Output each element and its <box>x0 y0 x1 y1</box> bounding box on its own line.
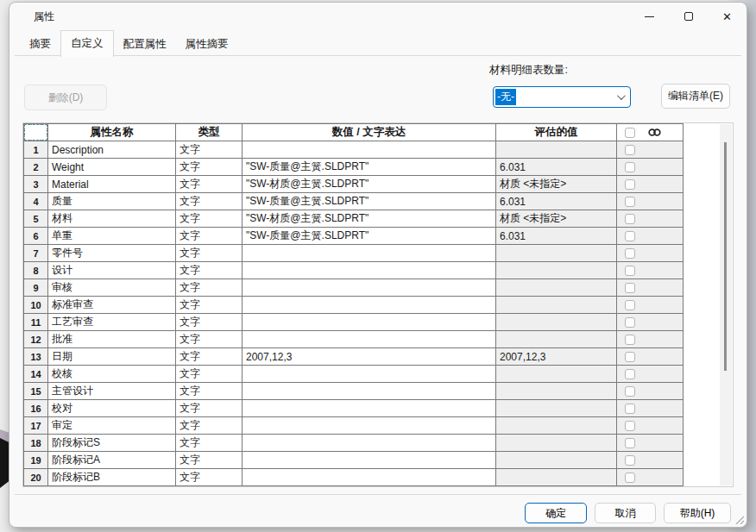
property-type-cell[interactable]: 文字 <box>176 452 243 469</box>
property-name-cell[interactable]: 阶段标记A <box>48 452 176 469</box>
property-name-cell[interactable]: 材料 <box>48 210 176 228</box>
link-checkbox[interactable] <box>625 300 635 310</box>
header-cell-selector[interactable] <box>24 124 48 141</box>
property-value-cell[interactable] <box>243 141 496 159</box>
row-number-cell[interactable]: 9 <box>24 279 48 297</box>
property-value-cell[interactable] <box>243 279 496 297</box>
link-checkbox[interactable] <box>625 369 635 379</box>
tab-properties-summary[interactable]: 属性摘要 <box>176 34 238 56</box>
property-value-cell[interactable] <box>243 417 496 435</box>
property-type-cell[interactable]: 文字 <box>176 297 243 314</box>
property-name-cell[interactable]: 零件号 <box>48 245 176 262</box>
row-number-cell[interactable]: 15 <box>24 383 48 400</box>
row-number-cell[interactable]: 1 <box>24 141 48 159</box>
property-type-cell[interactable]: 文字 <box>176 469 243 486</box>
link-checkbox[interactable] <box>625 214 635 224</box>
property-name-cell[interactable]: 单重 <box>48 228 176 245</box>
property-type-cell[interactable]: 文字 <box>176 383 243 400</box>
property-type-cell[interactable]: 文字 <box>176 193 243 210</box>
link-checkbox[interactable] <box>625 179 635 190</box>
row-number-cell[interactable]: 20 <box>24 469 48 486</box>
property-type-cell[interactable]: 文字 <box>176 366 243 383</box>
link-checkbox[interactable] <box>625 352 635 362</box>
property-value-cell[interactable] <box>243 383 496 400</box>
property-name-cell[interactable]: 阶段标记S <box>48 435 176 452</box>
property-value-cell[interactable] <box>243 297 496 314</box>
cancel-button[interactable]: 取消 <box>595 503 656 523</box>
property-type-cell[interactable]: 文字 <box>176 141 243 159</box>
property-type-cell[interactable]: 文字 <box>176 176 243 193</box>
row-number-cell[interactable]: 14 <box>24 366 48 383</box>
property-value-cell[interactable] <box>243 400 496 417</box>
property-name-cell[interactable]: Material <box>48 176 176 193</box>
property-value-cell[interactable] <box>243 435 496 452</box>
link-checkbox[interactable] <box>625 283 635 293</box>
row-number-cell[interactable]: 19 <box>24 452 48 469</box>
link-checkbox[interactable] <box>625 404 635 414</box>
property-value-cell[interactable] <box>243 314 496 331</box>
maximize-button[interactable] <box>669 3 708 30</box>
property-type-cell[interactable]: 文字 <box>176 348 243 366</box>
property-type-cell[interactable]: 文字 <box>176 159 243 176</box>
property-name-cell[interactable]: 审核 <box>48 279 176 297</box>
property-type-cell[interactable]: 文字 <box>176 262 243 279</box>
row-number-cell[interactable]: 12 <box>24 331 48 348</box>
property-name-cell[interactable]: Weight <box>48 159 176 176</box>
property-value-cell[interactable]: "SW-质量@主簧.SLDPRT" <box>243 228 496 245</box>
property-name-cell[interactable]: 工艺审查 <box>48 314 176 331</box>
property-name-cell[interactable]: 质量 <box>48 193 176 210</box>
row-number-cell[interactable]: 17 <box>24 417 48 435</box>
property-type-cell[interactable]: 文字 <box>176 228 243 245</box>
link-checkbox[interactable] <box>625 335 635 345</box>
property-name-cell[interactable]: 标准审查 <box>48 297 176 314</box>
property-name-cell[interactable]: 校对 <box>48 400 176 417</box>
link-checkbox[interactable] <box>625 145 635 155</box>
property-value-cell[interactable] <box>243 262 496 279</box>
close-button[interactable]: ✕ <box>708 3 747 30</box>
link-checkbox[interactable] <box>625 473 635 483</box>
table-scrollbar-track[interactable] <box>720 124 732 485</box>
link-checkbox[interactable] <box>625 197 635 207</box>
link-checkbox[interactable] <box>625 455 635 466</box>
row-number-cell[interactable]: 11 <box>24 314 48 331</box>
link-checkbox[interactable] <box>625 231 635 241</box>
property-name-cell[interactable]: Description <box>48 141 176 159</box>
row-number-cell[interactable]: 5 <box>24 210 48 228</box>
tab-configuration-properties[interactable]: 配置属性 <box>114 34 176 56</box>
property-type-cell[interactable]: 文字 <box>176 245 243 262</box>
property-name-cell[interactable]: 设计 <box>48 262 176 279</box>
property-type-cell[interactable]: 文字 <box>176 435 243 452</box>
property-name-cell[interactable]: 批准 <box>48 331 176 348</box>
link-checkbox[interactable] <box>625 386 635 397</box>
property-type-cell[interactable]: 文字 <box>176 314 243 331</box>
link-checkbox[interactable] <box>625 248 635 259</box>
link-checkbox[interactable] <box>625 266 635 276</box>
property-value-cell[interactable] <box>243 469 496 486</box>
property-value-cell[interactable] <box>243 366 496 383</box>
link-checkbox[interactable] <box>625 438 635 448</box>
tab-custom[interactable]: 自定义 <box>60 30 114 57</box>
property-value-cell[interactable] <box>243 245 496 262</box>
property-value-cell[interactable]: "SW-材质@主簧.SLDPRT" <box>243 210 496 228</box>
property-value-cell[interactable]: 2007,12,3 <box>243 348 496 366</box>
property-name-cell[interactable]: 阶段标记B <box>48 469 176 486</box>
row-number-cell[interactable]: 7 <box>24 245 48 262</box>
property-name-cell[interactable]: 日期 <box>48 348 176 366</box>
property-value-cell[interactable]: "SW-质量@主簧.SLDPRT" <box>243 159 496 176</box>
property-type-cell[interactable]: 文字 <box>176 417 243 435</box>
link-checkbox[interactable] <box>625 421 635 431</box>
row-number-cell[interactable]: 10 <box>24 297 48 314</box>
table-scrollbar-thumb[interactable] <box>724 142 727 371</box>
property-type-cell[interactable]: 文字 <box>176 331 243 348</box>
link-all-checkbox[interactable] <box>625 128 635 138</box>
row-number-cell[interactable]: 2 <box>24 159 48 176</box>
ok-button[interactable]: 确定 <box>525 503 587 523</box>
row-number-cell[interactable]: 13 <box>24 348 48 366</box>
minimize-button[interactable] <box>630 3 669 30</box>
row-number-cell[interactable]: 18 <box>24 435 48 452</box>
property-name-cell[interactable]: 审定 <box>48 417 176 435</box>
property-name-cell[interactable]: 主管设计 <box>48 383 176 400</box>
link-checkbox[interactable] <box>625 162 635 172</box>
help-button[interactable]: 帮助(H) <box>664 503 731 523</box>
link-checkbox[interactable] <box>625 317 635 328</box>
